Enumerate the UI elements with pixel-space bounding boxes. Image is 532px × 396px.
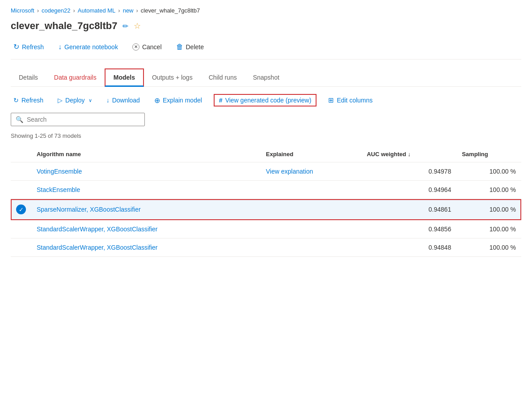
breadcrumb-codegen22[interactable]: codegen22 <box>42 7 70 14</box>
col-check <box>11 146 31 162</box>
generate-notebook-label: Generate notebook <box>64 43 118 51</box>
delete-button[interactable]: 🗑 Delete <box>173 41 207 53</box>
generate-notebook-button[interactable]: ↓ Generate notebook <box>55 41 121 53</box>
tab-child-runs[interactable]: Child runs <box>201 69 245 86</box>
table-header-row: Algorithm name Explained AUC weighted ↓ … <box>11 146 521 162</box>
showing-text: Showing 1-25 of 73 models <box>11 132 521 139</box>
cancel-label: Cancel <box>142 43 162 51</box>
hash-icon: # <box>219 97 223 104</box>
cancel-icon: ✕ <box>132 43 139 51</box>
tab-outputs-logs[interactable]: Outputs + logs <box>144 69 201 86</box>
page-title-row: clever_whale_7gc8ltb7 ✏ ☆ <box>11 20 521 32</box>
row-sampling: 100.00 % <box>456 162 521 181</box>
row-algorithm-name[interactable]: StandardScalerWrapper, XGBoostClassifier <box>31 238 261 257</box>
algorithm-link[interactable]: SparseNormalizer, XGBoostClassifier <box>37 206 141 213</box>
table-row[interactable]: StackEnsemble0.94964100.00 % <box>11 181 521 199</box>
tab-data-guardrails[interactable]: Data guardrails <box>46 69 105 86</box>
edit-icon[interactable]: ✏ <box>122 22 128 30</box>
refresh-button[interactable]: ↻ Refresh <box>11 41 46 53</box>
row-sampling: 100.00 % <box>456 181 521 199</box>
algorithm-link[interactable]: VotingEnsemble <box>37 168 82 175</box>
breadcrumb-new[interactable]: new <box>123 7 134 14</box>
row-explained[interactable]: View explanation <box>261 162 362 181</box>
row-auc-weighted: 0.94978 <box>361 162 456 181</box>
col-auc-weighted: AUC weighted ↓ <box>361 146 456 162</box>
models-refresh-icon: ↻ <box>13 97 19 104</box>
search-box[interactable]: 🔍 <box>11 113 145 126</box>
deploy-icon: ▷ <box>58 97 63 104</box>
download-label: Download <box>112 97 140 104</box>
tab-details[interactable]: Details <box>11 69 46 86</box>
row-explained <box>261 181 362 199</box>
algorithm-link[interactable]: StackEnsemble <box>37 186 80 193</box>
row-sampling: 100.00 % <box>456 238 521 257</box>
row-check-cell <box>11 181 31 199</box>
row-check-cell <box>11 220 31 238</box>
algorithm-link[interactable]: StandardScalerWrapper, XGBoostClassifier <box>37 244 158 251</box>
tab-models[interactable]: Models <box>105 68 144 87</box>
row-algorithm-name[interactable]: SparseNormalizer, XGBoostClassifier <box>31 199 261 220</box>
row-check-cell <box>11 162 31 181</box>
download-icon: ↓ <box>58 43 62 51</box>
col-explained: Explained <box>261 146 362 162</box>
search-input[interactable] <box>27 116 140 123</box>
models-table: Algorithm name Explained AUC weighted ↓ … <box>11 146 521 257</box>
view-explanation-link[interactable]: View explanation <box>266 168 313 175</box>
refresh-icon: ↻ <box>13 43 19 51</box>
deploy-chevron-icon: ∨ <box>89 98 92 103</box>
download-icon-models: ↓ <box>106 97 110 104</box>
table-icon: ⊞ <box>328 96 334 104</box>
row-explained <box>261 220 362 238</box>
row-explained <box>261 199 362 220</box>
models-refresh-label: Refresh <box>21 97 43 104</box>
row-algorithm-name[interactable]: StackEnsemble <box>31 181 261 199</box>
edit-columns-label: Edit columns <box>337 97 372 104</box>
row-sampling: 100.00 % <box>456 220 521 238</box>
table-row[interactable]: ✓SparseNormalizer, XGBoostClassifier0.94… <box>11 199 521 220</box>
deploy-button[interactable]: ▷ Deploy ∨ <box>55 95 95 106</box>
tabs-row: Details Data guardrails Models Outputs +… <box>11 68 521 87</box>
col-algorithm-name: Algorithm name <box>31 146 261 162</box>
check-circle-icon: ✓ <box>16 204 26 214</box>
refresh-label: Refresh <box>22 43 44 51</box>
row-explained <box>261 238 362 257</box>
breadcrumb: Microsoft › codegen22 › Automated ML › n… <box>11 7 521 14</box>
row-auc-weighted: 0.94861 <box>361 199 456 220</box>
models-refresh-button[interactable]: ↻ Refresh <box>11 95 46 106</box>
cancel-button[interactable]: ✕ Cancel <box>130 42 165 52</box>
row-auc-weighted: 0.94848 <box>361 238 456 257</box>
download-button[interactable]: ↓ Download <box>104 95 143 106</box>
view-code-label: View generated code (preview) <box>225 97 312 104</box>
row-algorithm-name[interactable]: StandardScalerWrapper, XGBoostClassifier <box>31 220 261 238</box>
deploy-label: Deploy <box>65 97 85 104</box>
algorithm-link[interactable]: StandardScalerWrapper, XGBoostClassifier <box>37 226 158 233</box>
tab-snapshot[interactable]: Snapshot <box>245 69 287 86</box>
row-check-cell: ✓ <box>11 199 31 220</box>
models-toolbar: ↻ Refresh ▷ Deploy ∨ ↓ Download ⊕ Explai… <box>11 94 521 106</box>
row-sampling: 100.00 % <box>456 199 521 220</box>
row-auc-weighted: 0.94964 <box>361 181 456 199</box>
table-row[interactable]: VotingEnsembleView explanation0.94978100… <box>11 162 521 181</box>
top-toolbar: ↻ Refresh ↓ Generate notebook ✕ Cancel 🗑… <box>11 41 521 60</box>
view-generated-code-button[interactable]: # View generated code (preview) <box>214 94 317 106</box>
row-algorithm-name[interactable]: VotingEnsemble <box>31 162 261 181</box>
table-row[interactable]: StandardScalerWrapper, XGBoostClassifier… <box>11 238 521 257</box>
edit-columns-button[interactable]: ⊞ Edit columns <box>325 94 375 106</box>
explain-model-button[interactable]: ⊕ Explain model <box>152 94 205 106</box>
delete-label: Delete <box>186 43 204 51</box>
search-icon: 🔍 <box>16 116 23 123</box>
breadcrumb-automated-ml[interactable]: Automated ML <box>78 7 116 14</box>
delete-icon: 🗑 <box>176 43 183 51</box>
row-auc-weighted: 0.94856 <box>361 220 456 238</box>
explain-icon: ⊕ <box>154 96 160 105</box>
explain-label: Explain model <box>163 97 202 104</box>
page-title: clever_whale_7gc8ltb7 <box>11 20 117 32</box>
row-check-cell <box>11 238 31 257</box>
breadcrumb-microsoft[interactable]: Microsoft <box>11 7 34 14</box>
breadcrumb-current: clever_whale_7gc8ltb7 <box>141 7 200 14</box>
star-icon[interactable]: ☆ <box>134 21 141 31</box>
col-sampling: Sampling <box>456 146 521 162</box>
table-row[interactable]: StandardScalerWrapper, XGBoostClassifier… <box>11 220 521 238</box>
